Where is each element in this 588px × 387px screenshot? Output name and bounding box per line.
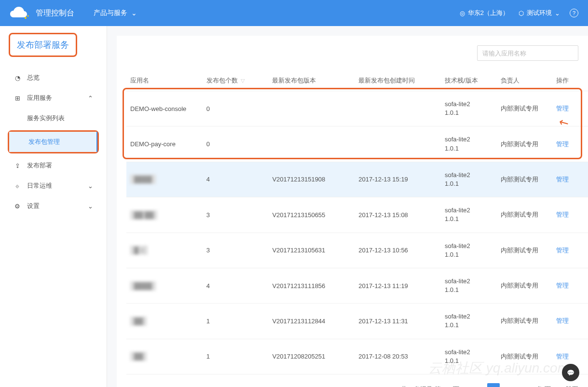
- search-input[interactable]: [477, 45, 578, 61]
- packages-table: 应用名 发布包个数▽ 最新发布包版本 最新发布包创建时间 技术栈/版本 负责人 …: [126, 70, 588, 374]
- manage-link[interactable]: 管理: [556, 105, 569, 112]
- deploy-icon: ⇪: [14, 162, 21, 169]
- cell-action: 管理: [552, 304, 588, 339]
- cell-count: 1: [203, 304, 269, 339]
- sidebar-sub-instances[interactable]: 服务实例列表: [27, 108, 107, 128]
- ops-icon: ⟐: [14, 182, 21, 190]
- cell-time: 2017-12-13 11:31: [355, 304, 441, 339]
- env-selector[interactable]: ⬡ 测试环境 ⌄: [519, 9, 560, 17]
- table-row[interactable]: ██ ██ 3 V20171213150655 2017-12-13 15:08…: [126, 197, 588, 233]
- manage-link[interactable]: 管理: [556, 353, 569, 360]
- sidebar-item-label: 服务实例列表: [27, 114, 65, 123]
- svg-point-1: [27, 15, 29, 17]
- cell-appname: ██: [126, 339, 203, 374]
- cell-stack: sofa-lite21.0.1: [441, 339, 497, 374]
- chevron-down-icon: ⌄: [88, 182, 93, 190]
- region-selector[interactable]: ◎ 华东2（上海）: [460, 9, 509, 17]
- manage-link[interactable]: 管理: [556, 140, 569, 148]
- dashboard-icon: ◔: [14, 74, 21, 82]
- cell-version: [268, 126, 355, 162]
- cell-count: 3: [203, 197, 269, 233]
- col-time: 最新发布包创建时间: [355, 70, 441, 91]
- cell-count: 0: [203, 91, 269, 126]
- help-icon[interactable]: ?: [570, 9, 578, 17]
- location-icon: ◎: [460, 10, 465, 17]
- cell-stack: sofa-lite21.0.1: [441, 233, 497, 268]
- cell-stack: sofa-lite21.0.1: [441, 91, 497, 126]
- cell-time: [355, 126, 441, 162]
- cell-owner: 内部测试专用: [497, 162, 553, 197]
- manage-link[interactable]: 管理: [556, 176, 569, 183]
- cell-time: 2017-12-08 20:53: [355, 339, 441, 374]
- pagination: 共 8 条记录 第 1/1 页 ‹ 1 › 10 条/页 ⌄ 跳至: [126, 374, 588, 387]
- cell-stack: sofa-lite21.0.1: [441, 304, 497, 339]
- cell-version: V20171213151908: [268, 162, 355, 197]
- chevron-down-icon: ⌄: [131, 9, 137, 17]
- cell-time: 2017-12-13 15:08: [355, 197, 441, 233]
- chevron-down-icon: ⌄: [88, 203, 93, 210]
- sidebar-item-deploy[interactable]: ⇪ 发布部署: [0, 155, 107, 176]
- table-row[interactable]: ████ 4 V20171213151908 2017-12-13 15:19 …: [126, 162, 588, 197]
- filter-icon[interactable]: ▽: [241, 78, 245, 83]
- cell-time: 2017-12-13 15:19: [355, 162, 441, 197]
- cell-stack: sofa-lite21.0.1: [441, 162, 497, 197]
- sidebar-item-overview[interactable]: ◔ 总览: [0, 68, 107, 88]
- cell-action: 管理: [552, 268, 588, 303]
- manage-link[interactable]: 管理: [556, 317, 569, 324]
- col-count[interactable]: 发布包个数▽: [203, 70, 269, 91]
- gear-icon: ⚙: [14, 202, 21, 210]
- sidebar-sub-packages[interactable]: 发布包管理: [9, 132, 97, 152]
- cell-version: [268, 91, 355, 126]
- manage-link[interactable]: 管理: [556, 211, 569, 218]
- sidebar-item-ops[interactable]: ⟐ 日常运维 ⌄: [0, 176, 107, 196]
- table-row[interactable]: ████ 4 V20171213111856 2017-12-13 11:19 …: [126, 268, 588, 303]
- cell-stack: sofa-lite21.0.1: [441, 197, 497, 233]
- sidebar-item-label: 设置: [27, 202, 40, 210]
- table-row[interactable]: DEMO-pay-core 0 sofa-lite21.0.1 内部测试专用 管…: [126, 126, 588, 162]
- cell-version: V20171213150655: [268, 197, 355, 233]
- sidebar-item-label: 发布包管理: [28, 138, 60, 146]
- prev-page-button[interactable]: ‹: [467, 383, 479, 387]
- cell-action: 管理: [552, 162, 588, 197]
- manage-link[interactable]: 管理: [556, 282, 569, 289]
- products-label: 产品与服务: [94, 9, 127, 17]
- cell-count: 3: [203, 233, 269, 268]
- table-row[interactable]: ██ 1 V20171213112844 2017-12-13 11:31 so…: [126, 304, 588, 339]
- products-dropdown[interactable]: 产品与服务 ⌄: [94, 9, 137, 17]
- table-row[interactable]: █ ıt 3 V20171213105631 2017-12-13 10:56 …: [126, 233, 588, 268]
- cell-count: 4: [203, 162, 269, 197]
- table-row[interactable]: ██ 1 V20171208205251 2017-12-08 20:53 so…: [126, 339, 588, 374]
- cell-version: V20171213112844: [268, 304, 355, 339]
- cell-appname: ██ ██: [126, 197, 203, 233]
- console-title: 管理控制台: [36, 8, 74, 18]
- sidebar-item-appservice[interactable]: ⊞ 应用服务 ⌃: [0, 88, 107, 108]
- sidebar: 发布部署服务 ◔ 总览 ⊞ 应用服务 ⌃ 服务实例列表 发布包管理: [0, 26, 107, 387]
- env-label: 测试环境: [527, 9, 552, 17]
- cell-count: 1: [203, 339, 269, 374]
- col-stack: 技术栈/版本: [441, 70, 497, 91]
- cell-version: V20171213105631: [268, 233, 355, 268]
- cell-count: 0: [203, 126, 269, 162]
- cell-time: [355, 91, 441, 126]
- cell-version: V20171213111856: [268, 268, 355, 303]
- top-header: 管理控制台 产品与服务 ⌄ ◎ 华东2（上海） ⬡ 测试环境 ⌄ ?: [0, 0, 588, 26]
- page-number[interactable]: 1: [487, 383, 500, 387]
- sidebar-item-label: 总览: [27, 73, 40, 82]
- cell-owner: 内部测试专用: [497, 233, 553, 268]
- cell-action: 管理: [552, 197, 588, 233]
- chat-bubble-icon[interactable]: 💬: [562, 364, 579, 381]
- main-content: 应用名 发布包个数▽ 最新发布包版本 最新发布包创建时间 技术栈/版本 负责人 …: [107, 26, 588, 387]
- cell-time: 2017-12-13 11:19: [355, 268, 441, 303]
- cell-version: V20171208205251: [268, 339, 355, 374]
- next-page-button[interactable]: ›: [507, 383, 520, 387]
- cell-appname: DEMO-web-console: [126, 91, 203, 126]
- sidebar-item-settings[interactable]: ⚙ 设置 ⌄: [0, 196, 107, 216]
- page-size-selector[interactable]: 10 条/页 ⌄: [528, 385, 558, 387]
- sidebar-item-label: 日常运维: [27, 181, 52, 190]
- manage-link[interactable]: 管理: [556, 247, 569, 254]
- table-row[interactable]: DEMO-web-console 0 sofa-lite21.0.1 内部测试专…: [126, 91, 588, 126]
- apps-icon: ⊞: [14, 94, 21, 102]
- cell-appname: ████: [126, 162, 203, 197]
- cell-action: 管理: [552, 233, 588, 268]
- cube-icon: ⬡: [519, 10, 524, 17]
